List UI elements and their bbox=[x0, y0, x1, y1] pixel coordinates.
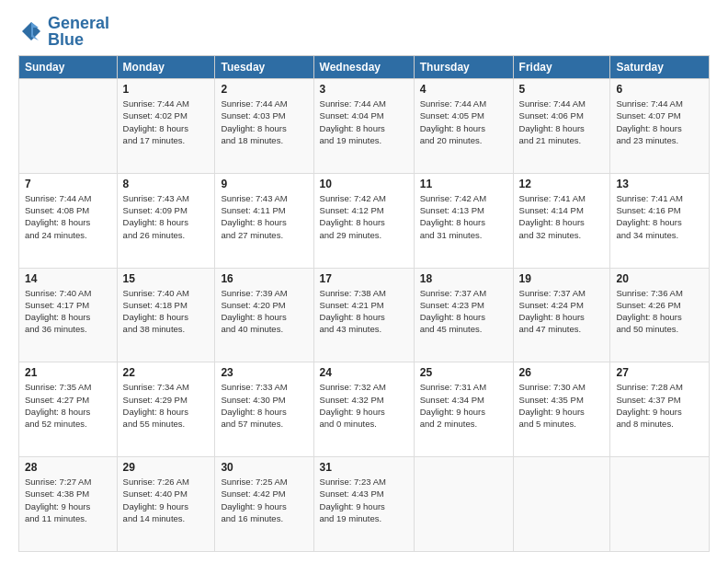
calendar-cell: 2Sunrise: 7:44 AM Sunset: 4:03 PM Daylig… bbox=[215, 79, 313, 174]
calendar-cell: 27Sunrise: 7:28 AM Sunset: 4:37 PM Dayli… bbox=[610, 362, 710, 457]
day-number: 6 bbox=[616, 83, 703, 96]
day-info: Sunrise: 7:44 AM Sunset: 4:08 PM Dayligh… bbox=[25, 192, 111, 241]
day-number: 1 bbox=[123, 83, 210, 96]
calendar-cell: 3Sunrise: 7:44 AM Sunset: 4:04 PM Daylig… bbox=[313, 79, 414, 174]
weekday-header-saturday: Saturday bbox=[610, 56, 710, 79]
day-number: 22 bbox=[123, 366, 210, 379]
calendar-cell: 12Sunrise: 7:41 AM Sunset: 4:14 PM Dayli… bbox=[513, 173, 610, 268]
week-row-5: 28Sunrise: 7:27 AM Sunset: 4:38 PM Dayli… bbox=[19, 457, 710, 552]
day-info: Sunrise: 7:37 AM Sunset: 4:24 PM Dayligh… bbox=[519, 287, 605, 336]
day-info: Sunrise: 7:44 AM Sunset: 4:04 PM Dayligh… bbox=[320, 98, 408, 146]
day-number: 7 bbox=[25, 178, 111, 190]
calendar-cell: 11Sunrise: 7:42 AM Sunset: 4:13 PM Dayli… bbox=[414, 173, 513, 268]
day-number: 27 bbox=[616, 366, 703, 379]
weekday-header-row: SundayMondayTuesdayWednesdayThursdayFrid… bbox=[19, 56, 710, 79]
day-info: Sunrise: 7:25 AM Sunset: 4:42 PM Dayligh… bbox=[221, 476, 307, 524]
day-number: 16 bbox=[221, 272, 307, 285]
day-info: Sunrise: 7:32 AM Sunset: 4:32 PM Dayligh… bbox=[320, 381, 408, 430]
weekday-header-wednesday: Wednesday bbox=[313, 56, 414, 79]
day-number: 31 bbox=[320, 461, 408, 474]
day-info: Sunrise: 7:44 AM Sunset: 4:02 PM Dayligh… bbox=[123, 98, 210, 146]
calendar-cell bbox=[610, 457, 710, 552]
day-number: 25 bbox=[420, 366, 507, 379]
day-number: 2 bbox=[221, 83, 307, 96]
day-number: 17 bbox=[320, 272, 408, 285]
calendar-cell: 24Sunrise: 7:32 AM Sunset: 4:32 PM Dayli… bbox=[313, 362, 414, 457]
calendar-cell: 13Sunrise: 7:41 AM Sunset: 4:16 PM Dayli… bbox=[610, 173, 710, 268]
week-row-2: 7Sunrise: 7:44 AM Sunset: 4:08 PM Daylig… bbox=[19, 173, 710, 268]
calendar-cell: 30Sunrise: 7:25 AM Sunset: 4:42 PM Dayli… bbox=[215, 457, 313, 552]
calendar-cell: 21Sunrise: 7:35 AM Sunset: 4:27 PM Dayli… bbox=[19, 362, 118, 457]
page: General Blue SundayMondayTuesdayWednesda… bbox=[0, 0, 728, 563]
day-info: Sunrise: 7:42 AM Sunset: 4:12 PM Dayligh… bbox=[320, 192, 408, 241]
day-number: 18 bbox=[420, 272, 507, 285]
day-number: 24 bbox=[320, 366, 408, 379]
day-info: Sunrise: 7:40 AM Sunset: 4:18 PM Dayligh… bbox=[123, 287, 210, 336]
calendar-cell: 14Sunrise: 7:40 AM Sunset: 4:17 PM Dayli… bbox=[19, 268, 118, 362]
logo-text-general: General bbox=[48, 15, 109, 31]
weekday-header-friday: Friday bbox=[513, 56, 610, 79]
day-number: 26 bbox=[519, 366, 605, 379]
day-info: Sunrise: 7:23 AM Sunset: 4:43 PM Dayligh… bbox=[320, 476, 408, 524]
header: General Blue bbox=[18, 15, 710, 48]
calendar-cell bbox=[414, 457, 513, 552]
calendar-cell: 16Sunrise: 7:39 AM Sunset: 4:20 PM Dayli… bbox=[215, 268, 313, 362]
calendar-cell: 7Sunrise: 7:44 AM Sunset: 4:08 PM Daylig… bbox=[19, 173, 118, 268]
day-number: 8 bbox=[123, 178, 210, 190]
calendar-cell: 1Sunrise: 7:44 AM Sunset: 4:02 PM Daylig… bbox=[117, 79, 215, 174]
day-number: 5 bbox=[519, 83, 605, 96]
calendar-cell bbox=[513, 457, 610, 552]
day-number: 11 bbox=[420, 178, 507, 190]
day-info: Sunrise: 7:43 AM Sunset: 4:09 PM Dayligh… bbox=[123, 192, 210, 241]
day-number: 3 bbox=[320, 83, 408, 96]
day-info: Sunrise: 7:27 AM Sunset: 4:38 PM Dayligh… bbox=[25, 476, 111, 524]
logo-icon bbox=[18, 18, 44, 44]
weekday-header-thursday: Thursday bbox=[414, 56, 513, 79]
calendar-cell: 31Sunrise: 7:23 AM Sunset: 4:43 PM Dayli… bbox=[313, 457, 414, 552]
day-number: 20 bbox=[616, 272, 703, 285]
week-row-4: 21Sunrise: 7:35 AM Sunset: 4:27 PM Dayli… bbox=[19, 362, 710, 457]
calendar-cell: 6Sunrise: 7:44 AM Sunset: 4:07 PM Daylig… bbox=[610, 79, 710, 174]
calendar-cell: 23Sunrise: 7:33 AM Sunset: 4:30 PM Dayli… bbox=[215, 362, 313, 457]
day-number: 23 bbox=[221, 366, 307, 379]
day-number: 21 bbox=[25, 366, 111, 379]
day-number: 28 bbox=[25, 461, 111, 474]
day-info: Sunrise: 7:42 AM Sunset: 4:13 PM Dayligh… bbox=[420, 192, 507, 241]
day-number: 29 bbox=[123, 461, 210, 474]
weekday-header-tuesday: Tuesday bbox=[215, 56, 313, 79]
day-info: Sunrise: 7:41 AM Sunset: 4:14 PM Dayligh… bbox=[519, 192, 605, 241]
calendar-cell: 26Sunrise: 7:30 AM Sunset: 4:35 PM Dayli… bbox=[513, 362, 610, 457]
day-info: Sunrise: 7:26 AM Sunset: 4:40 PM Dayligh… bbox=[123, 476, 210, 524]
calendar-cell: 4Sunrise: 7:44 AM Sunset: 4:05 PM Daylig… bbox=[414, 79, 513, 174]
calendar-cell: 28Sunrise: 7:27 AM Sunset: 4:38 PM Dayli… bbox=[19, 457, 118, 552]
calendar-table: SundayMondayTuesdayWednesdayThursdayFrid… bbox=[18, 55, 710, 552]
calendar-cell: 22Sunrise: 7:34 AM Sunset: 4:29 PM Dayli… bbox=[117, 362, 215, 457]
calendar-cell bbox=[19, 79, 118, 174]
day-info: Sunrise: 7:39 AM Sunset: 4:20 PM Dayligh… bbox=[221, 287, 307, 336]
weekday-header-sunday: Sunday bbox=[19, 56, 118, 79]
day-number: 15 bbox=[123, 272, 210, 285]
calendar-cell: 18Sunrise: 7:37 AM Sunset: 4:23 PM Dayli… bbox=[414, 268, 513, 362]
calendar-cell: 29Sunrise: 7:26 AM Sunset: 4:40 PM Dayli… bbox=[117, 457, 215, 552]
day-number: 9 bbox=[221, 178, 307, 190]
logo-text-blue: Blue bbox=[48, 31, 109, 48]
day-info: Sunrise: 7:33 AM Sunset: 4:30 PM Dayligh… bbox=[221, 381, 307, 430]
day-number: 10 bbox=[320, 178, 408, 190]
calendar-cell: 5Sunrise: 7:44 AM Sunset: 4:06 PM Daylig… bbox=[513, 79, 610, 174]
calendar-cell: 19Sunrise: 7:37 AM Sunset: 4:24 PM Dayli… bbox=[513, 268, 610, 362]
day-info: Sunrise: 7:44 AM Sunset: 4:03 PM Dayligh… bbox=[221, 98, 307, 146]
day-number: 30 bbox=[221, 461, 307, 474]
calendar-cell: 20Sunrise: 7:36 AM Sunset: 4:26 PM Dayli… bbox=[610, 268, 710, 362]
calendar-cell: 17Sunrise: 7:38 AM Sunset: 4:21 PM Dayli… bbox=[313, 268, 414, 362]
day-info: Sunrise: 7:44 AM Sunset: 4:05 PM Dayligh… bbox=[420, 98, 507, 146]
day-info: Sunrise: 7:38 AM Sunset: 4:21 PM Dayligh… bbox=[320, 287, 408, 336]
week-row-3: 14Sunrise: 7:40 AM Sunset: 4:17 PM Dayli… bbox=[19, 268, 710, 362]
day-number: 13 bbox=[616, 178, 703, 190]
day-number: 4 bbox=[420, 83, 507, 96]
day-info: Sunrise: 7:31 AM Sunset: 4:34 PM Dayligh… bbox=[420, 381, 507, 430]
day-info: Sunrise: 7:35 AM Sunset: 4:27 PM Dayligh… bbox=[25, 381, 111, 430]
day-info: Sunrise: 7:36 AM Sunset: 4:26 PM Dayligh… bbox=[616, 287, 703, 336]
week-row-1: 1Sunrise: 7:44 AM Sunset: 4:02 PM Daylig… bbox=[19, 79, 710, 174]
day-info: Sunrise: 7:44 AM Sunset: 4:06 PM Dayligh… bbox=[519, 98, 605, 146]
day-info: Sunrise: 7:44 AM Sunset: 4:07 PM Dayligh… bbox=[616, 98, 703, 146]
